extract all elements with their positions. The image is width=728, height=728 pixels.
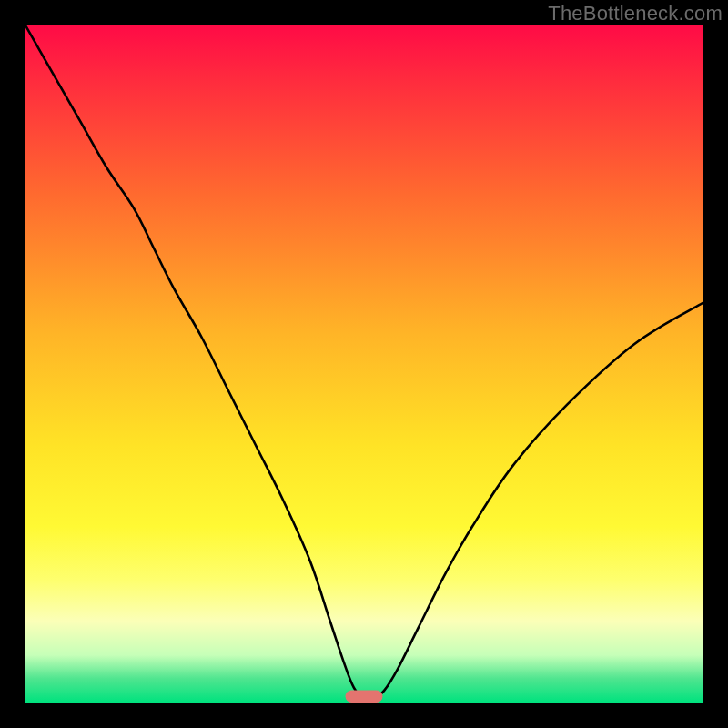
plot-area bbox=[25, 25, 703, 703]
bottleneck-chart bbox=[25, 25, 703, 703]
watermark-text: TheBottleneck.com bbox=[548, 2, 723, 25]
chart-frame: TheBottleneck.com bbox=[0, 0, 728, 728]
optimal-zone-marker bbox=[346, 691, 383, 703]
gradient-background bbox=[25, 25, 703, 703]
